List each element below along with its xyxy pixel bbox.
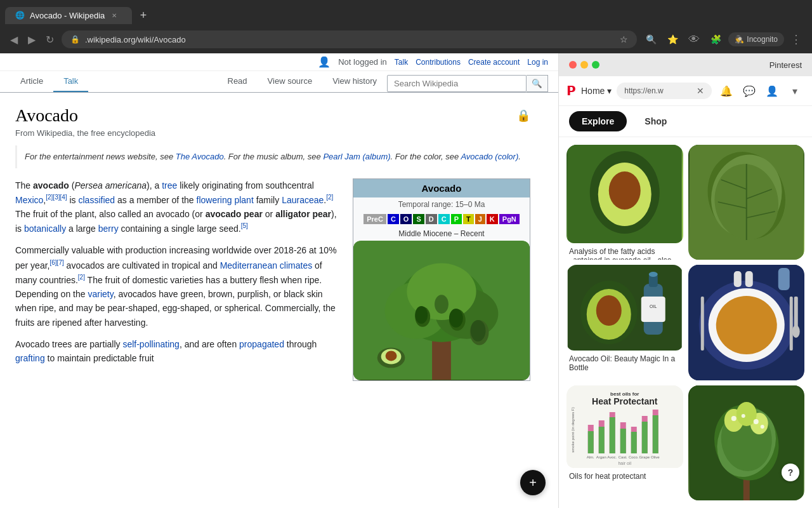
traffic-lights (569, 61, 599, 69)
pin-card-avocado-oil-2[interactable]: OIL Avocado Oil: Beauty Magic In a Bottl… (566, 265, 683, 380)
variety-link[interactable]: variety (88, 289, 113, 299)
wiki-search-bar: 🔍 (387, 75, 548, 92)
article-title: Avocado 🔒 (15, 105, 530, 126)
messages-icon[interactable]: 💬 (740, 81, 759, 100)
incognito-label: Incognito (747, 35, 778, 44)
pin-card-lentil-soup[interactable]: Lentil soup (688, 265, 805, 380)
pin-card-plant-id-1[interactable]: Free Plant Identification (688, 145, 805, 260)
add-pin-button[interactable]: + (520, 470, 546, 495)
svg-text:Coco.: Coco. (629, 455, 639, 459)
tab-label: Avocado - Wikipedia (30, 11, 105, 20)
tab-bar: 🌐 Avocado - Wikipedia ✕ + (0, 0, 812, 25)
infobox-temporal-range: Temporal range: 15–0 Ma (353, 197, 530, 211)
classified-link[interactable]: classified (79, 195, 115, 205)
address-bar: ◀ ▶ ↻ 🔒 .wikipedia.org/wiki/Avocado ☆ 🔍 … (0, 25, 812, 53)
flowering-plant-link[interactable]: flowering plant (197, 195, 254, 205)
close-traffic-light[interactable] (569, 61, 577, 69)
incognito-button[interactable]: 🕵 Incognito (728, 32, 784, 46)
tab-close-button[interactable]: ✕ (110, 11, 119, 20)
mediterranean-link[interactable]: Mediterranean climates (220, 260, 313, 270)
profile-icon[interactable]: 👤 (763, 81, 782, 100)
lock-icon: 🔒 (516, 109, 530, 123)
browser-menu-button[interactable]: ⋮ (788, 30, 804, 49)
zoom-button[interactable]: 🔍 (642, 30, 660, 48)
pin-card-avocado-oil[interactable]: Analysis of the fatty acids contained in… (566, 145, 683, 260)
pin-image-avocado-oil-2: OIL (566, 265, 683, 351)
question-icon: ? (782, 464, 799, 481)
tab-article[interactable]: Article (10, 71, 53, 92)
svg-text:Olive: Olive (651, 455, 660, 459)
berry-link[interactable]: berry (98, 224, 119, 234)
pinterest-grid: Analysis of the fatty acids contained in… (559, 137, 812, 508)
wiki-content: The avocado (Persea americana), a tree l… (15, 178, 530, 381)
svg-text:Avoc.: Avoc. (607, 455, 617, 459)
back-button[interactable]: ◀ (8, 31, 20, 48)
pinterest-home-button[interactable]: Explore Home ▾ (581, 86, 612, 96)
wiki-nav-top: 👤 Not logged in Talk Contributions Creat… (0, 53, 558, 71)
wiki-main-text: The avocado (Persea americana), a tree l… (15, 178, 340, 381)
paragraph-1: The avocado (Persea americana), a tree l… (15, 178, 340, 236)
notifications-icon[interactable]: 🔔 (717, 81, 736, 100)
chevron-down-icon[interactable]: ▾ (785, 81, 804, 100)
mexico-link[interactable]: Mexico (15, 195, 43, 205)
notice-link-2[interactable]: Pearl Jam (album) (323, 152, 390, 161)
timeline-t: T (463, 214, 474, 224)
svg-rect-63 (620, 429, 626, 453)
tab-talk[interactable]: Talk (53, 71, 88, 92)
url-bar[interactable]: 🔒 .wikipedia.org/wiki/Avocado ☆ (62, 30, 637, 48)
extension-icon-2[interactable]: 🧩 (707, 30, 724, 48)
tab-view-history[interactable]: View history (322, 71, 387, 92)
svg-rect-57 (599, 427, 605, 453)
tab-read[interactable]: Read (218, 71, 258, 92)
new-tab-button[interactable]: + (134, 6, 152, 24)
timeline-j: J (475, 214, 485, 224)
pin-label-avocado-oil-2: Avocado Oil: Beauty Magic In a Bottle (566, 351, 683, 375)
url-text: .wikipedia.org/wiki/Avocado (85, 35, 615, 44)
svg-point-7 (415, 306, 428, 324)
minimize-traffic-light[interactable] (580, 61, 588, 69)
title-text: Avocado (15, 105, 78, 126)
lock-icon: 🔒 (70, 35, 80, 44)
fullscreen-traffic-light[interactable] (592, 61, 599, 69)
wiki-header: 👤 Not logged in Talk Contributions Creat… (0, 53, 558, 93)
pin-card-plant-id-2[interactable]: Free Plant Identification ? (688, 385, 805, 500)
pin-label-avocado-oil: Analysis of the fatty acids contained in… (566, 243, 683, 260)
svg-point-41 (716, 296, 776, 354)
shop-tab[interactable]: Shop (632, 111, 679, 131)
notice-link-3[interactable]: Avocado (color) (461, 152, 518, 161)
bookmark-button[interactable]: ⭐ (664, 30, 681, 48)
not-logged-in-text: Not logged in (338, 57, 387, 67)
pinterest-url-bar[interactable]: https://en.w ✕ (617, 83, 712, 99)
pin-image-heat: best oils for Heat Protectant smoke poin… (566, 385, 683, 468)
forward-button[interactable]: ▶ (25, 31, 38, 48)
log-in-link[interactable]: Log in (527, 58, 548, 67)
botanically-link[interactable]: botanically (24, 224, 66, 234)
create-account-link[interactable]: Create account (468, 58, 520, 67)
wiki-infobox: Avocado Temporal range: 15–0 Ma PreC C O… (353, 178, 530, 381)
pinterest-url-clear[interactable]: ✕ (697, 86, 704, 96)
timeline-prec: PreC (363, 214, 386, 224)
svg-point-35 (649, 272, 658, 277)
svg-text:Heat Protectant: Heat Protectant (592, 396, 658, 406)
svg-point-15 (386, 351, 397, 361)
self-pollinating-link[interactable]: self-pollinating (122, 339, 180, 349)
talk-link[interactable]: Talk (395, 58, 408, 67)
timeline-o: O (400, 214, 412, 224)
pin-card-heat-protectant[interactable]: best oils for Heat Protectant smoke poin… (566, 385, 683, 500)
wiki-search-input[interactable] (387, 75, 527, 92)
reload-button[interactable]: ↻ (43, 31, 56, 48)
active-tab[interactable]: 🌐 Avocado - Wikipedia ✕ (5, 7, 132, 24)
tab-view-source[interactable]: View source (258, 71, 323, 92)
pinterest-tabs: Explore Shop (559, 106, 812, 137)
lauraceae-link[interactable]: Lauraceae (282, 195, 324, 205)
notice-link-1[interactable]: The Avocado (176, 152, 224, 161)
extension-icon-1[interactable]: 👁 (685, 30, 703, 48)
contributions-link[interactable]: Contributions (416, 58, 461, 67)
tree-link[interactable]: tree (162, 180, 177, 190)
propagated-link[interactable]: propagated (239, 339, 284, 349)
wiki-search-button[interactable]: 🔍 (527, 75, 548, 92)
grafting-link[interactable]: grafting (15, 353, 45, 363)
browser-chrome: 🌐 Avocado - Wikipedia ✕ + ◀ ▶ ↻ 🔒 .wikip… (0, 0, 812, 53)
explore-tab[interactable]: Explore (569, 111, 627, 131)
svg-rect-42 (700, 297, 704, 351)
